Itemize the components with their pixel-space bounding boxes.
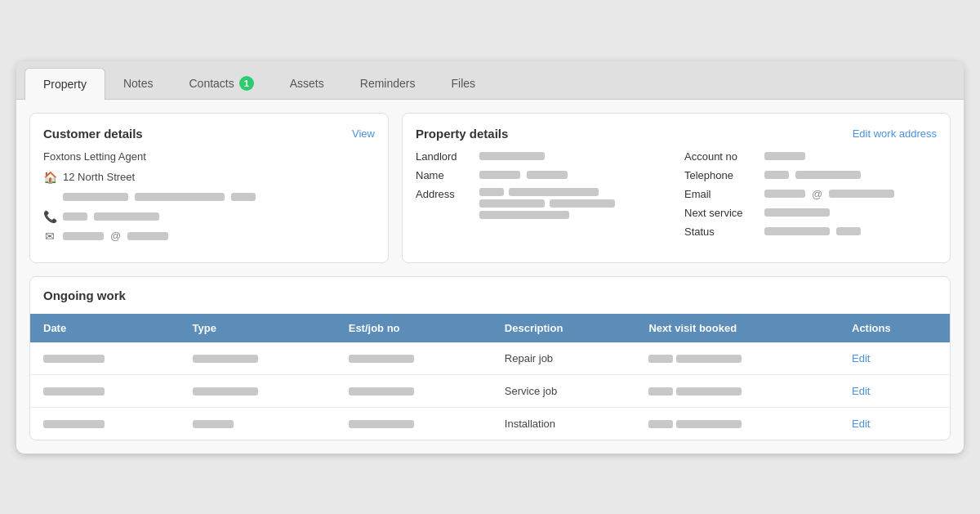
table-row: Service job Edit <box>30 374 950 407</box>
row1-type <box>180 342 336 375</box>
prop-status-val2 <box>836 227 861 235</box>
work-table-header-row: Date Type Est/job no Description Next vi… <box>30 314 950 342</box>
main-content: Customer details View Foxtons Letting Ag… <box>16 100 964 454</box>
property-grid: Landlord Name Address <box>416 150 937 238</box>
phone-bar2 <box>94 212 159 221</box>
customer-phone-row: 📞 <box>43 210 375 223</box>
prop-name-val1 <box>479 171 520 179</box>
row3-type <box>180 407 336 440</box>
work-table-head: Date Type Est/job no Description Next vi… <box>30 314 950 342</box>
prop-address-values <box>479 188 615 219</box>
row2-type-bar <box>193 387 258 396</box>
at-sign: @ <box>110 230 121 242</box>
row1-edit-link[interactable]: Edit <box>852 352 870 364</box>
row2-date-bar <box>43 387 105 396</box>
row3-type-bar <box>193 420 234 428</box>
prop-name-label: Name <box>416 169 473 181</box>
addr-bar4 <box>550 199 615 208</box>
tab-assets-label: Assets <box>290 77 324 90</box>
property-card-header: Property details Edit work address <box>416 127 937 141</box>
row3-visit-bar1 <box>648 420 673 428</box>
customer-name: Foxtons Letting Agent <box>43 150 375 163</box>
address-bar2 <box>135 193 225 201</box>
edit-work-address-link[interactable]: Edit work address <box>853 127 937 140</box>
row3-date-bar <box>43 420 105 428</box>
row3-next-visit <box>635 407 839 440</box>
col-estjob: Est/job no <box>336 314 492 342</box>
customer-details-card: Customer details View Foxtons Letting Ag… <box>29 113 389 263</box>
prop-name-val2 <box>527 171 568 179</box>
prop-tel-val1 <box>764 171 789 179</box>
tab-reminders[interactable]: Reminders <box>342 68 434 99</box>
row1-date <box>30 342 180 375</box>
row1-description: Repair job <box>492 342 636 375</box>
home-icon: 🏠 <box>43 171 56 184</box>
row1-estjob-bar <box>349 355 414 363</box>
email-bar1 <box>63 232 104 240</box>
tab-bar: Property Notes Contacts 1 Assets Reminde… <box>16 61 964 100</box>
table-row: Repair job Edit <box>30 342 950 375</box>
prop-status-label: Status <box>684 226 758 238</box>
tab-notes-label: Notes <box>123 77 154 90</box>
customer-card-title: Customer details <box>43 127 143 141</box>
row2-visit-bar2 <box>676 387 742 396</box>
row3-date <box>30 407 180 440</box>
prop-name-row: Name <box>416 169 668 181</box>
prop-account-label: Account no <box>684 150 758 163</box>
ongoing-work-title: Ongoing work <box>30 277 950 314</box>
col-description: Description <box>492 314 636 342</box>
tab-files[interactable]: Files <box>433 68 493 99</box>
prop-next-service-row: Next service <box>684 207 937 219</box>
prop-telephone-label: Telephone <box>684 169 758 181</box>
tab-contacts-label: Contacts <box>189 77 234 90</box>
addr-bar5 <box>479 211 569 219</box>
row1-date-bar <box>43 355 105 363</box>
prop-email-row: Email @ <box>684 188 937 200</box>
prop-landlord-label: Landlord <box>416 150 473 163</box>
row3-edit-link[interactable]: Edit <box>852 418 870 430</box>
ongoing-work-section: Ongoing work Date Type Est/job no Descri… <box>29 276 951 440</box>
email-bar2 <box>127 232 168 240</box>
address-bar3 <box>231 193 256 201</box>
contacts-badge: 1 <box>239 76 254 91</box>
row2-edit-link[interactable]: Edit <box>852 385 870 397</box>
customer-address-line1: 12 North Street <box>63 171 135 183</box>
row2-type <box>180 374 336 407</box>
app-window: Property Notes Contacts 1 Assets Reminde… <box>16 61 964 454</box>
property-details-card: Property details Edit work address Landl… <box>402 113 951 263</box>
customer-address-row2: 🏠 <box>43 190 375 203</box>
row2-estjob <box>336 374 492 407</box>
property-card-title: Property details <box>416 127 508 141</box>
row2-visit-bar1 <box>648 387 673 396</box>
prop-address-label: Address <box>416 188 473 200</box>
row1-actions: Edit <box>839 342 950 375</box>
customer-view-link[interactable]: View <box>352 127 375 140</box>
phone-bar1 <box>63 212 87 221</box>
tab-property[interactable]: Property <box>24 68 105 100</box>
prop-email-label: Email <box>684 188 758 200</box>
tab-property-label: Property <box>43 78 87 91</box>
row1-visit-bar1 <box>648 355 673 363</box>
addr-bar2 <box>509 188 599 196</box>
row1-visit-bar2 <box>676 355 742 363</box>
tab-assets[interactable]: Assets <box>272 68 342 99</box>
cards-row: Customer details View Foxtons Letting Ag… <box>29 113 951 263</box>
table-row: Installation Edit <box>30 407 950 440</box>
addr-bar1 <box>479 188 504 196</box>
prop-status-row: Status <box>684 226 937 238</box>
row3-estjob-bar <box>349 420 414 428</box>
work-table-body: Repair job Edit <box>30 342 950 440</box>
prop-email-bar1 <box>764 190 805 198</box>
col-next-visit: Next visit booked <box>635 314 839 342</box>
tab-notes[interactable]: Notes <box>105 68 172 99</box>
prop-account-val <box>764 152 805 160</box>
customer-card-header: Customer details View <box>43 127 375 141</box>
prop-tel-val2 <box>795 171 861 179</box>
customer-address-row: 🏠 12 North Street <box>43 171 375 184</box>
row3-actions: Edit <box>839 407 950 440</box>
prop-email-bar2 <box>829 190 894 198</box>
address-bar1 <box>63 193 128 201</box>
row2-actions: Edit <box>839 374 950 407</box>
prop-telephone-row: Telephone <box>684 169 937 181</box>
tab-contacts[interactable]: Contacts 1 <box>172 68 272 99</box>
